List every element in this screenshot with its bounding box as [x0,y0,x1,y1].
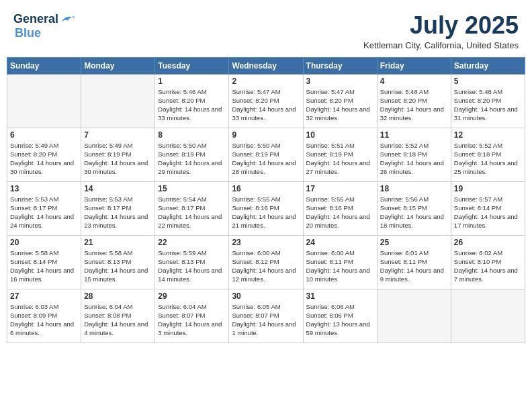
day-info: Sunrise: 6:06 AMSunset: 8:06 PMDaylight:… [306,302,374,338]
calendar-day-cell: 9Sunrise: 5:50 AMSunset: 8:19 PMDaylight… [229,128,303,181]
calendar-day-cell: 17Sunrise: 5:55 AMSunset: 8:16 PMDayligh… [303,181,377,235]
calendar-day-cell [451,289,525,342]
day-number: 2 [232,77,300,86]
day-number: 22 [158,238,226,247]
calendar-week-row: 27Sunrise: 6:03 AMSunset: 8:09 PMDayligh… [7,289,525,342]
weekday-header: Thursday [303,57,377,74]
calendar-day-cell: 6Sunrise: 5:49 AMSunset: 8:20 PMDaylight… [7,128,81,181]
day-info: Sunrise: 5:53 AMSunset: 8:17 PMDaylight:… [84,195,152,230]
day-number: 29 [158,291,226,301]
day-info: Sunrise: 5:49 AMSunset: 8:19 PMDaylight:… [84,141,152,177]
day-number: 15 [158,184,226,193]
day-number: 30 [232,291,300,301]
logo: General Blue [13,12,75,40]
header: General Blue July 2025 Kettleman City, C… [7,7,525,53]
calendar-header-row: SundayMondayTuesdayWednesdayThursdayFrid… [7,57,525,74]
calendar-week-row: 20Sunrise: 5:58 AMSunset: 8:14 PMDayligh… [7,235,525,289]
calendar-day-cell [377,289,451,342]
day-info: Sunrise: 5:59 AMSunset: 8:13 PMDaylight:… [158,248,226,284]
day-number: 31 [306,291,374,301]
weekday-header: Sunday [7,57,81,74]
day-number: 5 [454,77,522,86]
calendar-day-cell: 2Sunrise: 5:47 AMSunset: 8:20 PMDaylight… [229,74,303,128]
day-number: 26 [454,238,522,247]
day-number: 1 [158,77,226,86]
month-year-title: July 2025 [363,12,519,39]
day-number: 24 [306,238,374,247]
calendar-day-cell: 10Sunrise: 5:51 AMSunset: 8:19 PMDayligh… [303,128,377,181]
calendar-day-cell: 4Sunrise: 5:48 AMSunset: 8:20 PMDaylight… [377,74,451,128]
day-number: 18 [380,184,448,193]
calendar-week-row: 13Sunrise: 5:53 AMSunset: 8:17 PMDayligh… [7,181,525,235]
calendar-day-cell: 31Sunrise: 6:06 AMSunset: 8:06 PMDayligh… [303,289,377,342]
calendar-day-cell: 20Sunrise: 5:58 AMSunset: 8:14 PMDayligh… [7,235,81,289]
calendar-day-cell: 19Sunrise: 5:57 AMSunset: 8:14 PMDayligh… [451,181,525,235]
calendar-day-cell: 13Sunrise: 5:53 AMSunset: 8:17 PMDayligh… [7,181,81,235]
weekday-header: Monday [81,57,155,74]
day-number: 9 [232,130,300,140]
day-info: Sunrise: 5:58 AMSunset: 8:13 PMDaylight:… [84,248,152,284]
day-info: Sunrise: 5:55 AMSunset: 8:16 PMDaylight:… [306,195,374,230]
day-number: 4 [380,77,448,86]
calendar-day-cell: 14Sunrise: 5:53 AMSunset: 8:17 PMDayligh… [81,181,155,235]
day-info: Sunrise: 5:50 AMSunset: 8:19 PMDaylight:… [232,141,300,177]
day-number: 16 [232,184,300,193]
day-info: Sunrise: 5:50 AMSunset: 8:19 PMDaylight:… [158,141,226,177]
location-text: Kettleman City, California, United State… [363,40,519,50]
calendar-day-cell: 18Sunrise: 5:56 AMSunset: 8:15 PMDayligh… [377,181,451,235]
day-number: 3 [306,77,374,86]
calendar-day-cell: 26Sunrise: 6:02 AMSunset: 8:10 PMDayligh… [451,235,525,289]
day-info: Sunrise: 5:52 AMSunset: 8:18 PMDaylight:… [454,141,522,177]
day-number: 19 [454,184,522,193]
day-info: Sunrise: 5:51 AMSunset: 8:19 PMDaylight:… [306,141,374,177]
calendar-day-cell: 7Sunrise: 5:49 AMSunset: 8:19 PMDaylight… [81,128,155,181]
day-number: 11 [380,130,448,140]
calendar-day-cell: 22Sunrise: 5:59 AMSunset: 8:13 PMDayligh… [155,235,229,289]
day-info: Sunrise: 6:05 AMSunset: 8:07 PMDaylight:… [232,302,300,338]
day-number: 23 [232,238,300,247]
calendar-day-cell: 29Sunrise: 6:04 AMSunset: 8:07 PMDayligh… [155,289,229,342]
calendar-day-cell: 27Sunrise: 6:03 AMSunset: 8:09 PMDayligh… [7,289,81,342]
day-number: 17 [306,184,374,193]
day-info: Sunrise: 5:47 AMSunset: 8:20 PMDaylight:… [306,87,374,123]
calendar-day-cell: 8Sunrise: 5:50 AMSunset: 8:19 PMDaylight… [155,128,229,181]
calendar-day-cell: 5Sunrise: 5:48 AMSunset: 8:20 PMDaylight… [451,74,525,128]
calendar-day-cell: 28Sunrise: 6:04 AMSunset: 8:08 PMDayligh… [81,289,155,342]
day-number: 7 [84,130,152,140]
title-area: July 2025 Kettleman City, California, Un… [363,12,519,50]
day-info: Sunrise: 5:53 AMSunset: 8:17 PMDaylight:… [10,195,78,230]
calendar-day-cell [7,74,81,128]
day-info: Sunrise: 5:49 AMSunset: 8:20 PMDaylight:… [10,141,78,177]
day-info: Sunrise: 5:58 AMSunset: 8:14 PMDaylight:… [10,248,78,284]
day-info: Sunrise: 6:04 AMSunset: 8:07 PMDaylight:… [158,302,226,338]
calendar-day-cell: 16Sunrise: 5:55 AMSunset: 8:16 PMDayligh… [229,181,303,235]
weekday-header: Friday [377,57,451,74]
day-info: Sunrise: 6:01 AMSunset: 8:11 PMDaylight:… [380,248,448,284]
calendar-day-cell: 12Sunrise: 5:52 AMSunset: 8:18 PMDayligh… [451,128,525,181]
calendar-day-cell: 30Sunrise: 6:05 AMSunset: 8:07 PMDayligh… [229,289,303,342]
day-number: 8 [158,130,226,140]
calendar-day-cell: 11Sunrise: 5:52 AMSunset: 8:18 PMDayligh… [377,128,451,181]
calendar-day-cell: 21Sunrise: 5:58 AMSunset: 8:13 PMDayligh… [81,235,155,289]
day-info: Sunrise: 6:04 AMSunset: 8:08 PMDaylight:… [84,302,152,338]
calendar-day-cell: 1Sunrise: 5:46 AMSunset: 8:20 PMDaylight… [155,74,229,128]
weekday-header: Tuesday [155,57,229,74]
day-number: 21 [84,238,152,247]
day-info: Sunrise: 5:54 AMSunset: 8:17 PMDaylight:… [158,195,226,230]
calendar-table: SundayMondayTuesdayWednesdayThursdayFrid… [7,57,525,343]
weekday-header: Wednesday [229,57,303,74]
day-number: 20 [10,238,78,247]
weekday-header: Saturday [451,57,525,74]
day-number: 28 [84,291,152,301]
day-number: 6 [10,130,78,140]
day-number: 13 [10,184,78,193]
calendar-day-cell: 15Sunrise: 5:54 AMSunset: 8:17 PMDayligh… [155,181,229,235]
day-number: 25 [380,238,448,247]
logo-blue: Blue [15,26,41,40]
day-info: Sunrise: 6:00 AMSunset: 8:11 PMDaylight:… [306,248,374,284]
calendar-week-row: 1Sunrise: 5:46 AMSunset: 8:20 PMDaylight… [7,74,525,128]
day-number: 12 [454,130,522,140]
day-number: 14 [84,184,152,193]
calendar-day-cell: 23Sunrise: 6:00 AMSunset: 8:12 PMDayligh… [229,235,303,289]
day-info: Sunrise: 5:56 AMSunset: 8:15 PMDaylight:… [380,195,448,230]
